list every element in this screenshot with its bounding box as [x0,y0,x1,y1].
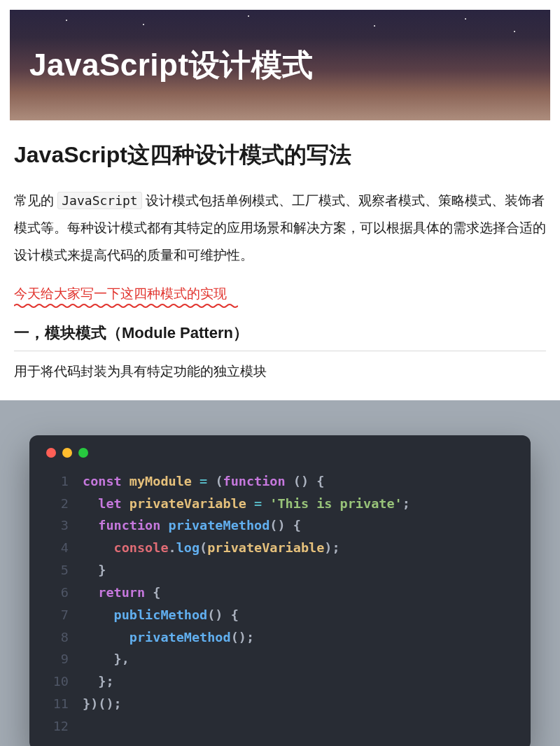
code-line: 11})(); [45,693,515,715]
code-line: 2 let privateVariable = 'This is private… [45,493,515,515]
code-line: 9 }, [45,648,515,670]
line-number: 6 [45,582,69,604]
line-number: 5 [45,559,69,582]
line-content: })(); [83,693,122,715]
line-content: let privateVariable = 'This is private'; [83,493,410,515]
line-number: 7 [45,604,69,626]
line-number: 10 [45,670,69,693]
code-line: 7 publicMethod() { [45,604,515,626]
code-line: 10 }; [45,670,515,693]
highlight-text: 今天给大家写一下这四种模式的实现 [14,285,227,304]
intro-text-pre: 常见的 [14,193,57,208]
code-line: 4 console.log(privateVariable); [45,537,515,559]
line-number: 1 [45,470,69,493]
line-content: publicMethod() { [83,604,239,626]
section-heading: 一，模块模式（Module Pattern） [14,323,546,351]
hero-title: JavaScript设计模式 [29,45,314,86]
code-window: 1const myModule = (function () {2 let pr… [29,435,531,746]
code-content: 1const myModule = (function () {2 let pr… [45,470,515,738]
hero-banner: JavaScript设计模式 [10,10,550,120]
minimize-icon [62,448,72,458]
highlight-label: 今天给大家写一下这四种模式的实现 [14,286,227,301]
maximize-icon [78,448,88,458]
article-title: JavaScript这四种设计模式的写法 [14,140,546,171]
line-number: 9 [45,648,69,670]
line-content: console.log(privateVariable); [83,537,340,559]
line-number: 2 [45,493,69,515]
article-body: JavaScript这四种设计模式的写法 常见的 JavaScript 设计模式… [0,120,560,381]
code-line: 12 [45,715,515,738]
section-desc: 用于将代码封装为具有特定功能的独立模块 [14,363,546,381]
code-block-container: 1const myModule = (function () {2 let pr… [0,400,560,746]
code-line: 5 } [45,559,515,582]
intro-paragraph: 常见的 JavaScript 设计模式包括单例模式、工厂模式、观察者模式、策略模… [14,188,546,269]
line-content: const myModule = (function () { [83,470,324,493]
line-number: 8 [45,626,69,649]
line-number: 4 [45,537,69,559]
code-line: 1const myModule = (function () { [45,470,515,493]
code-line: 3 function privateMethod() { [45,514,515,537]
code-line: 8 privateMethod(); [45,626,515,649]
code-line: 6 return { [45,582,515,604]
window-controls [46,448,515,458]
line-number: 11 [45,693,69,715]
line-content: }; [83,670,114,693]
inline-code: JavaScript [57,192,141,209]
line-content: function privateMethod() { [83,514,301,537]
line-number: 12 [45,715,69,738]
squiggle-underline-icon [14,303,238,309]
line-number: 3 [45,514,69,537]
line-content: privateMethod(); [83,626,254,649]
close-icon [46,448,56,458]
line-content: return { [83,582,160,604]
line-content: }, [83,648,130,670]
line-content: } [83,559,106,582]
